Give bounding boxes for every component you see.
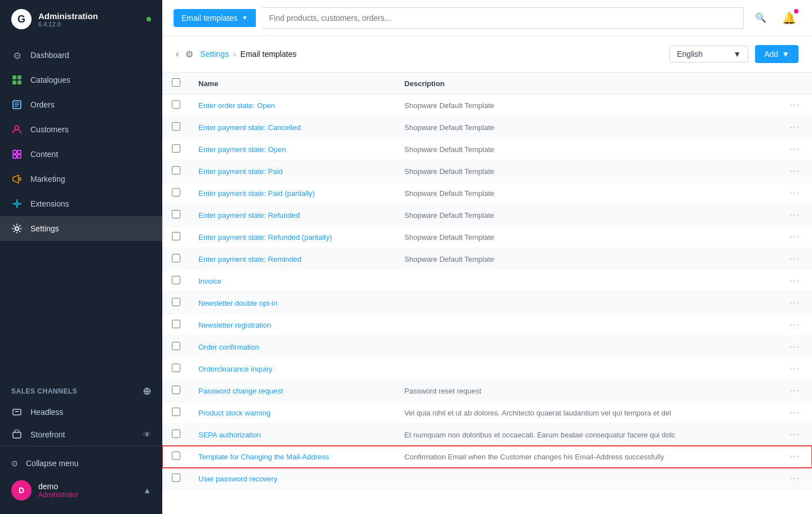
- row-checkbox[interactable]: [172, 408, 180, 416]
- row-checkbox[interactable]: [172, 364, 180, 372]
- template-name-link[interactable]: Orderclearance inquiry: [198, 365, 273, 373]
- language-selector[interactable]: English ▼: [669, 46, 748, 62]
- row-checkbox[interactable]: [172, 320, 180, 328]
- row-actions-button[interactable]: ···: [789, 210, 800, 220]
- row-name[interactable]: Newsletter registration: [189, 314, 396, 336]
- row-actions-button[interactable]: ···: [789, 122, 800, 132]
- row-checkbox[interactable]: [172, 342, 180, 350]
- row-checkbox[interactable]: [172, 430, 180, 438]
- user-menu-chevron[interactable]: ▲: [143, 486, 151, 495]
- add-button[interactable]: Add ▼: [755, 45, 798, 63]
- row-name[interactable]: Password change request: [189, 380, 396, 402]
- row-name[interactable]: Invoice: [189, 270, 396, 292]
- row-name[interactable]: Enter order state: Open: [189, 95, 396, 117]
- row-actions-button[interactable]: ···: [789, 342, 800, 352]
- row-checkbox[interactable]: [172, 452, 180, 460]
- row-name[interactable]: Enter payment state: Paid (partially): [189, 182, 396, 204]
- template-name-link[interactable]: Enter payment state: Refunded: [198, 211, 300, 220]
- sidebar-item-settings[interactable]: Settings: [0, 216, 162, 241]
- row-name[interactable]: Order confirmation: [189, 336, 396, 358]
- row-actions-button[interactable]: ···: [789, 430, 800, 440]
- row-checkbox[interactable]: [172, 210, 180, 218]
- sidebar-item-orders[interactable]: Orders: [0, 92, 162, 117]
- template-name-link[interactable]: Enter payment state: Paid: [198, 167, 283, 176]
- row-actions-button[interactable]: ···: [789, 166, 800, 176]
- row-name[interactable]: Template for Changing the Mail-Address: [189, 446, 396, 468]
- row-checkbox[interactable]: [172, 188, 180, 196]
- row-actions-button[interactable]: ···: [789, 386, 800, 396]
- row-checkbox[interactable]: [172, 100, 180, 109]
- row-checkbox[interactable]: [172, 144, 180, 153]
- row-checkbox[interactable]: [172, 386, 180, 394]
- sidebar-item-content[interactable]: Content: [0, 142, 162, 167]
- row-name[interactable]: User password recovery: [189, 468, 396, 490]
- row-name[interactable]: Enter payment state: Cancelled: [189, 117, 396, 138]
- row-name[interactable]: Enter payment state: Refunded: [189, 204, 396, 226]
- row-actions-button[interactable]: ···: [789, 452, 800, 462]
- sidebar-item-headless[interactable]: Headless: [0, 401, 162, 423]
- row-name[interactable]: Enter payment state: Refunded (partially…: [189, 226, 396, 248]
- template-name-link[interactable]: Password change request: [198, 387, 283, 395]
- row-actions-button[interactable]: ···: [789, 254, 800, 264]
- row-name[interactable]: Enter payment state: Open: [189, 138, 396, 160]
- row-actions-button[interactable]: ···: [789, 144, 800, 154]
- template-name-link[interactable]: Template for Changing the Mail-Address: [198, 453, 329, 461]
- row-actions-button[interactable]: ···: [789, 100, 800, 110]
- search-button[interactable]: 🔍: [751, 8, 771, 28]
- template-name-link[interactable]: Order confirmation: [198, 343, 259, 351]
- row-name[interactable]: Orderclearance inquiry: [189, 358, 396, 380]
- template-name-link[interactable]: Enter payment state: Cancelled: [198, 123, 300, 132]
- row-checkbox[interactable]: [172, 254, 180, 262]
- row-actions-button[interactable]: ···: [789, 473, 800, 484]
- gear-icon-button[interactable]: ⚙: [185, 49, 193, 60]
- sidebar-item-customers[interactable]: Customers: [0, 117, 162, 142]
- row-checkbox[interactable]: [172, 232, 180, 240]
- template-name-link[interactable]: Enter order state: Open: [198, 101, 275, 110]
- row-name[interactable]: Product stock warning: [189, 402, 396, 424]
- template-name-link[interactable]: SEPA authorization: [198, 431, 261, 439]
- notification-button[interactable]: 🔔: [778, 7, 801, 29]
- sidebar-item-storefront[interactable]: Storefront 👁: [0, 423, 162, 446]
- template-name-link[interactable]: Invoice: [198, 277, 221, 285]
- row-actions-button[interactable]: ···: [789, 364, 800, 374]
- svg-rect-18: [13, 432, 21, 438]
- template-name-link[interactable]: Enter payment state: Open: [198, 145, 286, 154]
- template-name-link[interactable]: Product stock warning: [198, 409, 270, 417]
- svg-rect-1: [17, 75, 21, 79]
- row-checkbox[interactable]: [172, 298, 180, 306]
- row-checkbox[interactable]: [172, 276, 180, 284]
- collapse-menu-button[interactable]: ⊙ Collapse menu: [0, 453, 162, 473]
- row-actions-button[interactable]: ···: [789, 188, 800, 198]
- search-category-dropdown[interactable]: Email templates ▼: [174, 9, 256, 27]
- row-checkbox-cell: [162, 358, 189, 380]
- back-button[interactable]: ‹: [176, 49, 179, 59]
- add-sales-channel-button[interactable]: ⊕: [143, 385, 152, 397]
- row-name[interactable]: SEPA authorization: [189, 424, 396, 446]
- row-actions-button[interactable]: ···: [789, 320, 800, 330]
- sidebar-item-catalogues[interactable]: Catalogues: [0, 68, 162, 92]
- row-checkbox-cell: [162, 117, 189, 138]
- row-checkbox[interactable]: [172, 473, 180, 482]
- template-name-link[interactable]: Enter payment state: Paid (partially): [198, 189, 315, 198]
- sidebar-item-marketing[interactable]: Marketing: [0, 167, 162, 191]
- row-checkbox[interactable]: [172, 122, 180, 131]
- template-name-link[interactable]: Enter payment state: Reminded: [198, 255, 301, 263]
- template-name-link[interactable]: Enter payment state: Refunded (partially…: [198, 233, 332, 242]
- row-name[interactable]: Enter payment state: Paid: [189, 160, 396, 182]
- table-row: Enter payment state: RefundedShopware De…: [162, 204, 812, 226]
- template-name-link[interactable]: User password recovery: [198, 475, 277, 483]
- row-actions-button[interactable]: ···: [789, 276, 800, 286]
- row-checkbox[interactable]: [172, 166, 180, 175]
- sidebar-item-extensions[interactable]: Extensions: [0, 191, 162, 216]
- breadcrumb-settings-link[interactable]: Settings: [200, 50, 229, 59]
- row-name[interactable]: Newsletter double opt-in: [189, 292, 396, 314]
- search-input[interactable]: [269, 14, 737, 23]
- template-name-link[interactable]: Newsletter registration: [198, 321, 271, 329]
- row-actions-button[interactable]: ···: [789, 408, 800, 418]
- row-name[interactable]: Enter payment state: Reminded: [189, 248, 396, 270]
- select-all-checkbox[interactable]: [172, 78, 180, 87]
- row-actions-button[interactable]: ···: [789, 232, 800, 242]
- template-name-link[interactable]: Newsletter double opt-in: [198, 299, 277, 307]
- sidebar-item-dashboard[interactable]: ⊙ Dashboard: [0, 43, 162, 68]
- row-actions-button[interactable]: ···: [789, 298, 800, 308]
